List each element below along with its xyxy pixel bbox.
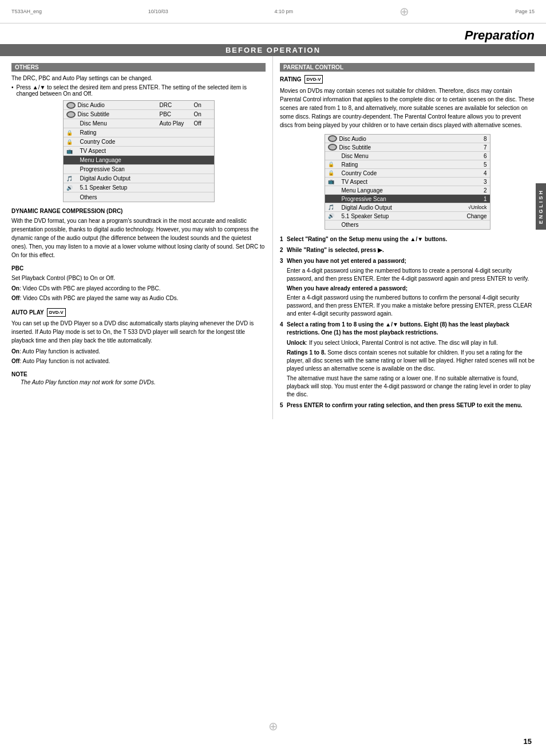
drc-header: DYNAMIC RANGE COMPRESSION (DRC) [11, 208, 266, 214]
step-4-ratings: Ratings 1 to 8. Some discs contain scene… [287, 349, 535, 373]
r-tv-icon: 📺 [328, 179, 339, 184]
r-menu-row-progscan: Progressive Scan 1 [325, 195, 490, 203]
r-menu-row-digitalaudio: 🎵 Digital Audio Output √Unlock [325, 203, 490, 212]
rating-header-row: RATING DVD-V [280, 75, 535, 84]
left-menu-box: Disc Audio DRC On Disc Subtitle PBC On [63, 100, 215, 202]
r-menu-label-tvaspect: TV Aspect [342, 179, 458, 185]
disc-icon-1 [66, 102, 76, 109]
autoplay-off: Off: Auto Play function is not activated… [11, 357, 266, 365]
r-menu-val-7: 7 [458, 144, 487, 151]
r-audio-icon: 🎵 [328, 204, 339, 210]
autoplay-on: On: Auto Play function is activated. [11, 347, 266, 356]
others-bullet-text: Press ▲/▼ to select the desired item and… [17, 84, 266, 97]
step-5-text: Press ENTER to confirm your rating selec… [287, 401, 535, 410]
english-tab: ENGLISH [536, 183, 546, 230]
step-3-num: 3 [280, 257, 287, 318]
others-bullet: • Press ▲/▼ to select the desired item a… [11, 84, 266, 97]
note-text: The Auto Play function may not work for … [11, 379, 266, 385]
r-menu-val-unlock: √Unlock [453, 204, 487, 210]
r-menu-label-disc-subtitle: Disc Subtitle [339, 144, 458, 151]
r-rating-icon: 🔒 [328, 162, 339, 167]
parental-header: PARENTAL CONTROL [280, 63, 535, 72]
r-menu-val-change: Change [453, 213, 487, 219]
menu-col-autoplay: Auto Play [160, 120, 194, 127]
r-speaker-icon: 🔊 [328, 213, 339, 219]
r-menu-row-tvaspect: 📺 TV Aspect 3 [325, 178, 490, 186]
r-menu-label-disc-menu: Disc Menu [342, 153, 458, 159]
r-menu-label-disc-audio: Disc Audio [339, 136, 458, 142]
main-content: OTHERS The DRC, PBC and Auto Play settin… [0, 56, 546, 419]
menu-col-pbc: PBC [160, 111, 194, 117]
menu-row-disc-subtitle: Disc Subtitle PBC On [64, 110, 214, 119]
r-country-icon: 🔒 [328, 170, 339, 176]
r-menu-val-6: 6 [458, 153, 487, 159]
r-menu-label-others: Others [342, 222, 487, 228]
rating-icon-2: 🔒 [66, 139, 78, 145]
r-menu-label-speaker: 5.1 Speaker Setup [342, 213, 453, 219]
r-menu-val-1: 1 [458, 196, 487, 202]
menu-row-tvaspect: 📺 TV Aspect [64, 147, 214, 156]
crosshair-bottom: ⊕ [268, 720, 278, 733]
step-4: 4 Select a rating from 1 to 8 using the … [280, 321, 535, 399]
speaker-icon-1: 🔊 [66, 185, 78, 191]
others-intro: The DRC, PBC and Auto Play settings can … [11, 75, 266, 81]
r-menu-label-country: Country Code [342, 170, 458, 176]
autoplay-header: AUTO PLAY [11, 309, 44, 316]
step-1-num: 1 [280, 235, 287, 243]
note-section: NOTE The Auto Play function may not work… [11, 371, 266, 385]
crosshair-top: ⊕ [399, 5, 409, 18]
step-2-text: While "Rating" is selected, press ▶. [287, 246, 535, 254]
header-area: T533AH_eng 10/10/03 4:10 pm ⊕ Page 15 [0, 0, 546, 23]
autoplay-section: AUTO PLAY DVD-V You can set up the DVD P… [11, 308, 266, 365]
title-section: Preparation [0, 23, 546, 43]
r-menu-row-speaker: 🔊 5.1 Speaker Setup Change [325, 212, 490, 220]
step-3-content: When you have not yet entered a password… [287, 257, 535, 318]
pbc-header: PBC [11, 265, 266, 271]
r-menu-row-menulang: Menu Language 2 [325, 186, 490, 195]
others-section: OTHERS The DRC, PBC and Auto Play settin… [11, 63, 266, 202]
menu-val-on2: On [194, 111, 211, 117]
step-5-num: 5 [280, 401, 287, 410]
r-menu-val-5: 5 [458, 162, 487, 168]
header-meta: T533AH_eng [11, 9, 42, 14]
rating-intro: Movies on DVDs may contain scenes not su… [280, 86, 535, 129]
r-menu-val-3: 3 [458, 179, 487, 185]
dvd-badge-autoplay: DVD-V [47, 308, 66, 317]
r-menu-val-8: 8 [458, 136, 487, 142]
step-3-sub2-text: Enter a 4-digit password using the numbe… [287, 294, 535, 318]
pbc-intro: Set Playback Control (PBC) to On or Off. [11, 274, 266, 282]
right-column: PARENTAL CONTROL RATING DVD-V Movies on … [273, 56, 546, 419]
r-menu-label-digitalaudio: Digital Audio Output [342, 204, 453, 211]
dvd-badge-rating: DVD-V [304, 75, 323, 84]
header-date: 10/10/03 [148, 9, 168, 14]
pbc-off: Off: Video CDs with PBC are played the s… [11, 294, 266, 302]
menu-label-disc-menu: Disc Menu [80, 120, 160, 127]
menu-label-rating: Rating [80, 129, 211, 136]
menu-row-disc-menu: Disc Menu Auto Play Off [64, 119, 214, 128]
r-menu-label-progscan: Progressive Scan [342, 196, 458, 202]
menu-row-rating: 🔒 Rating [64, 128, 214, 137]
audio-icon-1: 🎵 [66, 176, 78, 182]
step-4-unlock: Unlock: If you select Unlock, Parental C… [287, 339, 535, 347]
header-time: 4:10 pm [275, 9, 294, 14]
drc-text: With the DVD format, you can hear a prog… [11, 216, 266, 259]
r-menu-row-country: 🔒 Country Code 4 [325, 169, 490, 178]
step-4-alt: The alternative must have the same ratin… [287, 375, 535, 399]
menu-row-disc-audio: Disc Audio DRC On [64, 101, 214, 110]
r-menu-row-rating: 🔒 Rating 5 [325, 160, 490, 169]
page-number: 15 [524, 737, 532, 746]
r-menu-val-2: 2 [458, 187, 487, 194]
step-3-sub1-title: Enter a 4-digit password using the numbe… [287, 267, 535, 283]
autoplay-text: You can set up the DVD Player so a DVD d… [11, 319, 266, 345]
drc-section: DYNAMIC RANGE COMPRESSION (DRC) With the… [11, 208, 266, 259]
step-3-sub2-title: When you have already entered a password… [287, 285, 535, 293]
note-header: NOTE [11, 371, 266, 377]
menu-col-drc: DRC [160, 102, 194, 108]
r-menu-label-menulang: Menu Language [342, 187, 458, 194]
menu-label-menulang: Menu Language [80, 157, 211, 163]
r-menu-label-rating: Rating [342, 162, 458, 168]
menu-row-speaker: 🔊 5.1 Speaker Setup [64, 183, 214, 192]
step-1: 1 Select "Rating" on the Setup menu usin… [280, 235, 535, 243]
menu-row-others: Others [64, 192, 214, 202]
step-2: 2 While "Rating" is selected, press ▶. [280, 246, 535, 254]
